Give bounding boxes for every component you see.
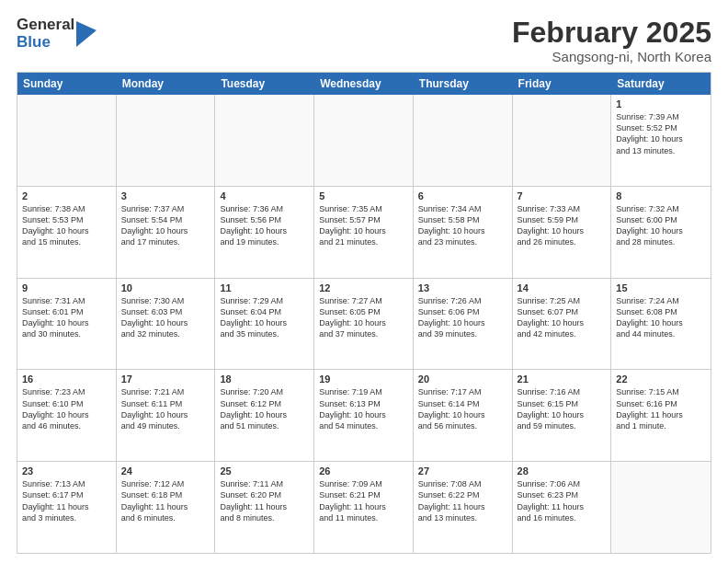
calendar-cell [17, 95, 117, 186]
day-info: Sunrise: 7:21 AM Sunset: 6:11 PM Dayligh… [121, 386, 210, 431]
calendar-header-cell: Friday [513, 73, 612, 95]
calendar-cell: 26Sunrise: 7:09 AM Sunset: 6:21 PM Dayli… [314, 462, 414, 553]
day-number: 19 [319, 373, 408, 385]
day-number: 6 [418, 190, 507, 201]
logo-icon [76, 21, 97, 47]
svg-marker-0 [76, 21, 97, 47]
day-number: 18 [220, 373, 309, 385]
calendar-cell: 1Sunrise: 7:39 AM Sunset: 5:52 PM Daylig… [611, 95, 711, 186]
day-number: 27 [418, 465, 507, 477]
calendar-cell: 14Sunrise: 7:25 AM Sunset: 6:07 PM Dayli… [513, 279, 612, 370]
calendar-cell: 21Sunrise: 7:16 AM Sunset: 6:15 PM Dayli… [513, 370, 612, 461]
day-number: 1 [616, 98, 706, 109]
calendar-cell: 3Sunrise: 7:37 AM Sunset: 5:54 PM Daylig… [117, 187, 216, 278]
day-number: 24 [121, 465, 210, 477]
title-month: February 2025 [512, 17, 711, 49]
day-number: 3 [121, 190, 210, 201]
day-info: Sunrise: 7:35 AM Sunset: 5:57 PM Dayligh… [319, 203, 408, 248]
calendar-cell: 2Sunrise: 7:38 AM Sunset: 5:53 PM Daylig… [17, 187, 117, 278]
day-number: 16 [22, 373, 111, 385]
day-number: 4 [220, 190, 309, 201]
calendar-cell: 16Sunrise: 7:23 AM Sunset: 6:10 PM Dayli… [17, 370, 117, 461]
calendar-cell [513, 95, 612, 186]
calendar-row: 9Sunrise: 7:31 AM Sunset: 6:01 PM Daylig… [17, 279, 711, 371]
calendar-cell: 27Sunrise: 7:08 AM Sunset: 6:22 PM Dayli… [414, 462, 513, 553]
calendar-cell: 9Sunrise: 7:31 AM Sunset: 6:01 PM Daylig… [17, 279, 117, 370]
day-info: Sunrise: 7:24 AM Sunset: 6:08 PM Dayligh… [616, 295, 706, 340]
day-info: Sunrise: 7:08 AM Sunset: 6:22 PM Dayligh… [418, 478, 507, 523]
calendar-header-cell: Sunday [17, 73, 117, 95]
day-info: Sunrise: 7:31 AM Sunset: 6:01 PM Dayligh… [22, 295, 111, 340]
day-number: 2 [22, 190, 111, 201]
calendar-cell: 13Sunrise: 7:26 AM Sunset: 6:06 PM Dayli… [414, 279, 513, 370]
day-info: Sunrise: 7:09 AM Sunset: 6:21 PM Dayligh… [319, 478, 408, 523]
calendar-header-cell: Monday [117, 73, 216, 95]
day-info: Sunrise: 7:19 AM Sunset: 6:13 PM Dayligh… [319, 386, 408, 431]
calendar-header-cell: Tuesday [215, 73, 314, 95]
day-info: Sunrise: 7:12 AM Sunset: 6:18 PM Dayligh… [121, 478, 210, 523]
day-info: Sunrise: 7:30 AM Sunset: 6:03 PM Dayligh… [121, 295, 210, 340]
calendar-row: 1Sunrise: 7:39 AM Sunset: 5:52 PM Daylig… [17, 95, 711, 187]
day-number: 13 [418, 282, 507, 293]
calendar-header-cell: Thursday [414, 73, 513, 95]
calendar-cell [314, 95, 414, 186]
calendar-header-cell: Wednesday [314, 73, 414, 95]
calendar-cell [117, 95, 216, 186]
day-number: 9 [22, 282, 111, 293]
day-info: Sunrise: 7:15 AM Sunset: 6:16 PM Dayligh… [616, 386, 706, 431]
day-info: Sunrise: 7:27 AM Sunset: 6:05 PM Dayligh… [319, 295, 408, 340]
calendar-row: 2Sunrise: 7:38 AM Sunset: 5:53 PM Daylig… [17, 187, 711, 279]
page: General Blue February 2025 Sangsong-ni, … [0, 0, 728, 563]
day-info: Sunrise: 7:29 AM Sunset: 6:04 PM Dayligh… [220, 295, 309, 340]
day-number: 11 [220, 282, 309, 293]
calendar-cell [215, 95, 314, 186]
calendar-cell: 24Sunrise: 7:12 AM Sunset: 6:18 PM Dayli… [117, 462, 216, 553]
calendar-cell: 19Sunrise: 7:19 AM Sunset: 6:13 PM Dayli… [314, 370, 414, 461]
day-info: Sunrise: 7:34 AM Sunset: 5:58 PM Dayligh… [418, 203, 507, 248]
calendar-cell [414, 95, 513, 186]
day-number: 14 [518, 282, 607, 293]
calendar-cell: 4Sunrise: 7:36 AM Sunset: 5:56 PM Daylig… [215, 187, 314, 278]
day-number: 21 [518, 373, 607, 385]
day-info: Sunrise: 7:11 AM Sunset: 6:20 PM Dayligh… [220, 478, 309, 523]
day-number: 17 [121, 373, 210, 385]
day-info: Sunrise: 7:06 AM Sunset: 6:23 PM Dayligh… [518, 478, 607, 523]
calendar-cell: 22Sunrise: 7:15 AM Sunset: 6:16 PM Dayli… [611, 370, 711, 461]
calendar-cell: 23Sunrise: 7:13 AM Sunset: 6:17 PM Dayli… [17, 462, 117, 553]
day-info: Sunrise: 7:13 AM Sunset: 6:17 PM Dayligh… [22, 478, 111, 523]
day-info: Sunrise: 7:33 AM Sunset: 5:59 PM Dayligh… [518, 203, 607, 248]
day-info: Sunrise: 7:39 AM Sunset: 5:52 PM Dayligh… [616, 111, 706, 156]
title-location: Sangsong-ni, North Korea [512, 49, 711, 64]
calendar-cell: 7Sunrise: 7:33 AM Sunset: 5:59 PM Daylig… [513, 187, 612, 278]
calendar-cell: 8Sunrise: 7:32 AM Sunset: 6:00 PM Daylig… [611, 187, 711, 278]
day-number: 28 [518, 465, 607, 477]
calendar-cell: 17Sunrise: 7:21 AM Sunset: 6:11 PM Dayli… [117, 370, 216, 461]
day-number: 15 [616, 282, 706, 293]
day-number: 23 [22, 465, 111, 477]
day-info: Sunrise: 7:16 AM Sunset: 6:15 PM Dayligh… [518, 386, 607, 431]
day-info: Sunrise: 7:20 AM Sunset: 6:12 PM Dayligh… [220, 386, 309, 431]
calendar-cell: 12Sunrise: 7:27 AM Sunset: 6:05 PM Dayli… [314, 279, 414, 370]
calendar-cell: 6Sunrise: 7:34 AM Sunset: 5:58 PM Daylig… [414, 187, 513, 278]
calendar-cell: 11Sunrise: 7:29 AM Sunset: 6:04 PM Dayli… [215, 279, 314, 370]
day-number: 25 [220, 465, 309, 477]
calendar-cell: 10Sunrise: 7:30 AM Sunset: 6:03 PM Dayli… [117, 279, 216, 370]
day-info: Sunrise: 7:17 AM Sunset: 6:14 PM Dayligh… [418, 386, 507, 431]
title-block: February 2025 Sangsong-ni, North Korea [512, 17, 711, 64]
calendar-row: 16Sunrise: 7:23 AM Sunset: 6:10 PM Dayli… [17, 370, 711, 462]
day-number: 22 [616, 373, 706, 385]
calendar-cell: 20Sunrise: 7:17 AM Sunset: 6:14 PM Dayli… [414, 370, 513, 461]
day-info: Sunrise: 7:26 AM Sunset: 6:06 PM Dayligh… [418, 295, 507, 340]
day-number: 12 [319, 282, 408, 293]
day-info: Sunrise: 7:38 AM Sunset: 5:53 PM Dayligh… [22, 203, 111, 248]
calendar-header: SundayMondayTuesdayWednesdayThursdayFrid… [17, 73, 711, 95]
day-number: 10 [121, 282, 210, 293]
calendar-cell: 15Sunrise: 7:24 AM Sunset: 6:08 PM Dayli… [611, 279, 711, 370]
calendar-row: 23Sunrise: 7:13 AM Sunset: 6:17 PM Dayli… [17, 462, 711, 553]
day-number: 8 [616, 190, 706, 201]
logo-blue: Blue [17, 33, 51, 51]
day-number: 26 [319, 465, 408, 477]
calendar-header-cell: Saturday [611, 73, 711, 95]
day-number: 5 [319, 190, 408, 201]
day-info: Sunrise: 7:25 AM Sunset: 6:07 PM Dayligh… [518, 295, 607, 340]
